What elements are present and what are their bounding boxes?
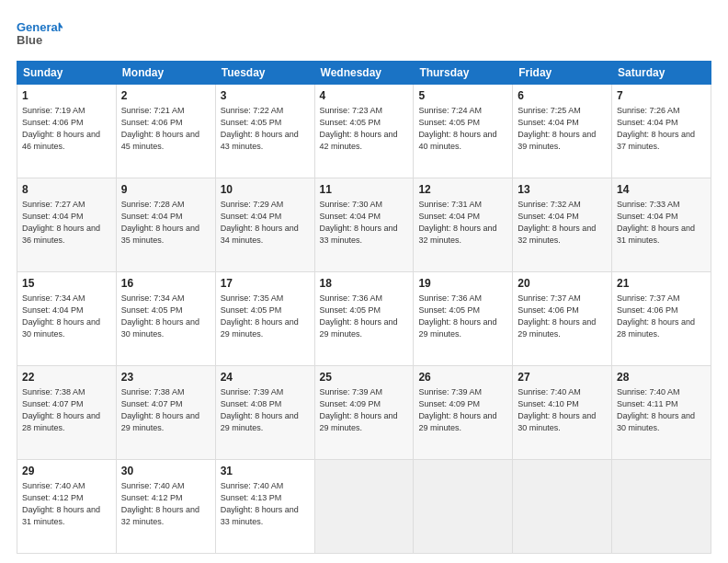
- day-info: Sunrise: 7:34 AMSunset: 4:04 PMDaylight:…: [22, 293, 111, 340]
- day-info: Sunrise: 7:22 AMSunset: 4:05 PMDaylight:…: [221, 105, 310, 153]
- day-info: Sunrise: 7:29 AMSunset: 4:04 PMDaylight:…: [221, 199, 310, 247]
- calendar-cell: 22Sunrise: 7:38 AMSunset: 4:07 PMDayligh…: [17, 366, 117, 460]
- day-info: Sunrise: 7:36 AMSunset: 4:05 PMDaylight:…: [320, 293, 409, 340]
- calendar-cell: 2Sunrise: 7:21 AMSunset: 4:06 PMDaylight…: [116, 85, 215, 178]
- calendar-cell: 11Sunrise: 7:30 AMSunset: 4:04 PMDayligh…: [314, 178, 414, 272]
- calendar-header-row: SundayMondayTuesdayWednesdayThursdayFrid…: [17, 62, 711, 85]
- col-header-friday: Friday: [513, 62, 612, 85]
- day-info: Sunrise: 7:40 AMSunset: 4:12 PMDaylight:…: [121, 480, 210, 528]
- svg-text:General: General: [17, 20, 61, 34]
- calendar-cell: 17Sunrise: 7:35 AMSunset: 4:05 PMDayligh…: [215, 272, 314, 366]
- calendar-cell: 19Sunrise: 7:36 AMSunset: 4:05 PMDayligh…: [414, 272, 513, 366]
- day-number: 16: [121, 276, 210, 292]
- day-info: Sunrise: 7:40 AMSunset: 4:12 PMDaylight:…: [22, 480, 111, 528]
- day-number: 9: [121, 182, 210, 198]
- col-header-wednesday: Wednesday: [314, 62, 414, 85]
- day-number: 30: [121, 464, 210, 479]
- day-info: Sunrise: 7:39 AMSunset: 4:09 PMDaylight:…: [418, 386, 507, 434]
- day-number: 28: [617, 370, 706, 385]
- day-info: Sunrise: 7:26 AMSunset: 4:04 PMDaylight:…: [617, 105, 706, 153]
- day-info: Sunrise: 7:38 AMSunset: 4:07 PMDaylight:…: [22, 386, 111, 434]
- day-info: Sunrise: 7:32 AMSunset: 4:04 PMDaylight:…: [518, 199, 607, 247]
- calendar-week-row: 15Sunrise: 7:34 AMSunset: 4:04 PMDayligh…: [17, 272, 711, 366]
- day-number: 10: [221, 182, 310, 198]
- calendar-cell: [612, 460, 711, 554]
- calendar-body: 1Sunrise: 7:19 AMSunset: 4:06 PMDaylight…: [17, 85, 711, 554]
- col-header-thursday: Thursday: [414, 62, 513, 85]
- calendar-week-row: 8Sunrise: 7:27 AMSunset: 4:04 PMDaylight…: [17, 178, 711, 272]
- day-number: 26: [418, 370, 507, 385]
- col-header-sunday: Sunday: [17, 62, 117, 85]
- day-number: 1: [22, 88, 111, 104]
- col-header-saturday: Saturday: [612, 62, 711, 85]
- day-number: 21: [617, 276, 706, 292]
- calendar-cell: 16Sunrise: 7:34 AMSunset: 4:05 PMDayligh…: [116, 272, 215, 366]
- day-number: 13: [518, 182, 607, 198]
- calendar-cell: 30Sunrise: 7:40 AMSunset: 4:12 PMDayligh…: [116, 460, 215, 554]
- day-number: 4: [320, 88, 409, 104]
- day-info: Sunrise: 7:21 AMSunset: 4:06 PMDaylight:…: [121, 105, 210, 153]
- day-number: 15: [22, 276, 111, 292]
- svg-text:Blue: Blue: [17, 33, 42, 47]
- col-header-monday: Monday: [116, 62, 215, 85]
- day-info: Sunrise: 7:40 AMSunset: 4:13 PMDaylight:…: [221, 480, 310, 528]
- calendar-cell: 3Sunrise: 7:22 AMSunset: 4:05 PMDaylight…: [215, 85, 314, 178]
- calendar-cell: [414, 460, 513, 554]
- calendar-cell: 8Sunrise: 7:27 AMSunset: 4:04 PMDaylight…: [17, 178, 117, 272]
- calendar-cell: 1Sunrise: 7:19 AMSunset: 4:06 PMDaylight…: [17, 85, 117, 178]
- calendar-cell: 31Sunrise: 7:40 AMSunset: 4:13 PMDayligh…: [215, 460, 314, 554]
- calendar-cell: [513, 460, 612, 554]
- calendar-cell: 9Sunrise: 7:28 AMSunset: 4:04 PMDaylight…: [116, 178, 215, 272]
- calendar-week-row: 22Sunrise: 7:38 AMSunset: 4:07 PMDayligh…: [17, 366, 711, 460]
- calendar-cell: 14Sunrise: 7:33 AMSunset: 4:04 PMDayligh…: [612, 178, 711, 272]
- calendar-week-row: 1Sunrise: 7:19 AMSunset: 4:06 PMDaylight…: [17, 85, 711, 178]
- calendar-cell: 21Sunrise: 7:37 AMSunset: 4:06 PMDayligh…: [612, 272, 711, 366]
- day-info: Sunrise: 7:30 AMSunset: 4:04 PMDaylight:…: [320, 199, 409, 247]
- day-info: Sunrise: 7:39 AMSunset: 4:08 PMDaylight:…: [221, 386, 310, 434]
- day-number: 22: [22, 370, 111, 385]
- day-info: Sunrise: 7:34 AMSunset: 4:05 PMDaylight:…: [121, 293, 210, 340]
- day-number: 29: [22, 464, 111, 479]
- day-number: 31: [221, 464, 310, 479]
- day-info: Sunrise: 7:37 AMSunset: 4:06 PMDaylight:…: [617, 293, 706, 340]
- day-info: Sunrise: 7:23 AMSunset: 4:05 PMDaylight:…: [320, 105, 409, 153]
- day-info: Sunrise: 7:25 AMSunset: 4:04 PMDaylight:…: [518, 105, 607, 153]
- day-number: 18: [320, 276, 409, 292]
- calendar-cell: 24Sunrise: 7:39 AMSunset: 4:08 PMDayligh…: [215, 366, 314, 460]
- day-number: 20: [518, 276, 607, 292]
- calendar-cell: 23Sunrise: 7:38 AMSunset: 4:07 PMDayligh…: [116, 366, 215, 460]
- day-info: Sunrise: 7:39 AMSunset: 4:09 PMDaylight:…: [320, 386, 409, 434]
- day-number: 8: [22, 182, 111, 198]
- day-number: 17: [221, 276, 310, 292]
- day-info: Sunrise: 7:19 AMSunset: 4:06 PMDaylight:…: [22, 105, 111, 153]
- calendar-cell: 20Sunrise: 7:37 AMSunset: 4:06 PMDayligh…: [513, 272, 612, 366]
- day-info: Sunrise: 7:31 AMSunset: 4:04 PMDaylight:…: [418, 199, 507, 247]
- day-info: Sunrise: 7:36 AMSunset: 4:05 PMDaylight:…: [418, 293, 507, 340]
- calendar-week-row: 29Sunrise: 7:40 AMSunset: 4:12 PMDayligh…: [17, 460, 711, 554]
- header: General Blue: [17, 17, 711, 52]
- day-number: 5: [418, 88, 507, 104]
- day-number: 23: [121, 370, 210, 385]
- calendar-cell: 26Sunrise: 7:39 AMSunset: 4:09 PMDayligh…: [414, 366, 513, 460]
- calendar-cell: 6Sunrise: 7:25 AMSunset: 4:04 PMDaylight…: [513, 85, 612, 178]
- logo-svg: General Blue: [17, 17, 63, 52]
- day-number: 14: [617, 182, 706, 198]
- calendar-cell: 13Sunrise: 7:32 AMSunset: 4:04 PMDayligh…: [513, 178, 612, 272]
- calendar-cell: 5Sunrise: 7:24 AMSunset: 4:05 PMDaylight…: [414, 85, 513, 178]
- day-info: Sunrise: 7:27 AMSunset: 4:04 PMDaylight:…: [22, 199, 111, 247]
- day-info: Sunrise: 7:33 AMSunset: 4:04 PMDaylight:…: [617, 199, 706, 247]
- day-number: 6: [518, 88, 607, 104]
- day-info: Sunrise: 7:24 AMSunset: 4:05 PMDaylight:…: [418, 105, 507, 153]
- day-number: 27: [518, 370, 607, 385]
- page: General Blue SundayMondayTuesdayWednesda…: [0, 0, 728, 563]
- day-info: Sunrise: 7:37 AMSunset: 4:06 PMDaylight:…: [518, 293, 607, 340]
- day-number: 7: [617, 88, 706, 104]
- day-number: 24: [221, 370, 310, 385]
- calendar-cell: 18Sunrise: 7:36 AMSunset: 4:05 PMDayligh…: [314, 272, 414, 366]
- day-number: 25: [320, 370, 409, 385]
- logo: General Blue: [17, 17, 63, 52]
- calendar-cell: 27Sunrise: 7:40 AMSunset: 4:10 PMDayligh…: [513, 366, 612, 460]
- day-info: Sunrise: 7:28 AMSunset: 4:04 PMDaylight:…: [121, 199, 210, 247]
- day-info: Sunrise: 7:38 AMSunset: 4:07 PMDaylight:…: [121, 386, 210, 434]
- col-header-tuesday: Tuesday: [215, 62, 314, 85]
